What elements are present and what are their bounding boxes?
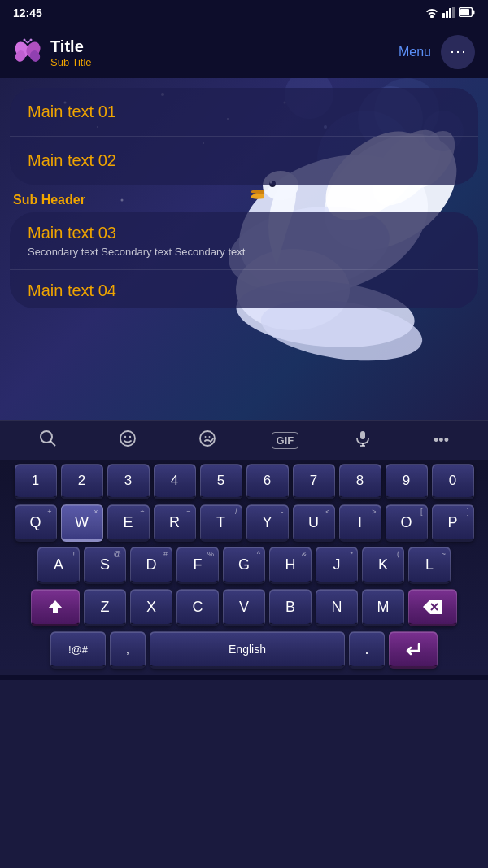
svg-line-40 — [50, 441, 55, 446]
comma-key[interactable]: , — [110, 631, 146, 669]
a-row: !A @S #D %F ^G &H *J (K ~L — [3, 547, 485, 584]
list-item-3-main: Main text 03 — [28, 224, 460, 242]
key-6[interactable]: 6 — [246, 464, 289, 499]
key-b[interactable]: B — [269, 589, 312, 626]
key-9[interactable]: 9 — [386, 464, 428, 499]
time-display: 12:45 — [13, 7, 42, 20]
wifi-icon — [425, 7, 439, 20]
list-item-3[interactable]: Main text 03 Secondary text Secondary te… — [10, 212, 478, 270]
sub-header: Sub Header — [0, 185, 488, 212]
signal-icon — [442, 7, 455, 20]
key-t[interactable]: /T — [200, 504, 242, 542]
period-key[interactable]: . — [349, 631, 385, 669]
key-g[interactable]: ^G — [223, 547, 265, 584]
svg-point-14 — [30, 39, 33, 41]
keyboard-toolbar: GIF ••• — [0, 420, 488, 460]
key-l[interactable]: ~L — [408, 547, 451, 584]
bottom-bar — [0, 675, 488, 680]
z-row: Z X C V B N M — [3, 589, 485, 626]
svg-rect-47 — [360, 431, 365, 439]
status-icons — [425, 7, 475, 20]
key-2[interactable]: 2 — [61, 464, 103, 499]
key-o[interactable]: [O — [386, 504, 428, 542]
key-z[interactable]: Z — [84, 589, 126, 626]
key-e[interactable]: ÷E — [107, 504, 150, 542]
battery-icon — [459, 7, 475, 20]
key-0[interactable]: 0 — [432, 464, 474, 499]
list-item-4[interactable]: Main text 04 — [10, 270, 478, 308]
mic-icon[interactable] — [347, 426, 378, 456]
key-u[interactable]: <U — [293, 504, 335, 542]
key-8[interactable]: 8 — [339, 464, 381, 499]
key-n[interactable]: N — [316, 589, 358, 626]
svg-rect-0 — [442, 13, 445, 18]
key-5[interactable]: 5 — [200, 464, 242, 499]
svg-rect-1 — [446, 11, 448, 18]
key-q[interactable]: +Q — [15, 504, 57, 542]
key-k[interactable]: (K — [362, 547, 404, 584]
svg-rect-6 — [473, 10, 475, 14]
space-key[interactable]: English — [150, 631, 345, 669]
key-3[interactable]: 3 — [107, 464, 150, 499]
more-vertical-icon: ⋮ — [448, 44, 468, 61]
sticker-icon[interactable] — [192, 426, 223, 456]
key-j[interactable]: *J — [316, 547, 358, 584]
key-s[interactable]: @S — [84, 547, 126, 584]
list-item-2[interactable]: Main text 02 — [10, 137, 478, 185]
svg-point-13 — [24, 39, 26, 41]
header: Title Sub Title Menu ⋮ — [0, 26, 488, 78]
svg-rect-5 — [460, 9, 469, 15]
list-card-2: Main text 03 Secondary text Secondary te… — [10, 212, 478, 308]
more-options-button[interactable]: ⋮ — [441, 35, 475, 69]
more-toolbar-icon[interactable]: ••• — [427, 429, 455, 452]
app-title: Title — [50, 37, 92, 56]
list-card-1: Main text 01 Main text 02 — [10, 88, 478, 185]
svg-point-39 — [41, 431, 52, 443]
enter-key[interactable] — [389, 631, 438, 669]
svg-point-43 — [129, 435, 131, 437]
backspace-key[interactable] — [408, 589, 457, 626]
gif-button[interactable]: GIF — [272, 432, 299, 449]
symbols-key[interactable]: !@# — [50, 631, 106, 669]
bottom-row: !@# , English . — [3, 631, 485, 669]
app-subtitle: Sub Title — [50, 56, 92, 68]
keyboard: 1 2 3 4 5 6 7 8 9 0 +Q ×W ÷E =R /T -Y <U… — [0, 460, 488, 669]
number-row: 1 2 3 4 5 6 7 8 9 0 — [3, 464, 485, 499]
key-c[interactable]: C — [176, 589, 219, 626]
status-bar: 12:45 — [0, 0, 488, 26]
header-right: Menu ⋮ — [399, 35, 475, 69]
key-v[interactable]: V — [223, 589, 265, 626]
header-left: Title Sub Title — [13, 37, 92, 68]
key-7[interactable]: 7 — [293, 464, 335, 499]
key-p[interactable]: ]P — [432, 504, 474, 542]
key-w[interactable]: ×W — [61, 504, 103, 542]
menu-button[interactable]: Menu — [399, 45, 431, 59]
key-4[interactable]: 4 — [154, 464, 196, 499]
svg-point-42 — [124, 435, 126, 437]
svg-rect-2 — [449, 8, 451, 18]
key-1[interactable]: 1 — [15, 464, 57, 499]
shift-key[interactable] — [31, 589, 80, 626]
key-r[interactable]: =R — [154, 504, 196, 542]
svg-point-41 — [120, 431, 135, 446]
key-x[interactable]: X — [130, 589, 172, 626]
svg-point-45 — [204, 436, 206, 438]
butterfly-icon — [13, 37, 42, 67]
key-f[interactable]: %F — [176, 547, 219, 584]
svg-point-46 — [208, 436, 210, 438]
list-item-3-secondary: Secondary text Secondary text Secondary … — [28, 246, 460, 258]
key-d[interactable]: #D — [130, 547, 172, 584]
q-row: +Q ×W ÷E =R /T -Y <U >I [O ]P — [3, 504, 485, 542]
key-y[interactable]: -Y — [246, 504, 289, 542]
key-m[interactable]: M — [362, 589, 404, 626]
search-icon[interactable] — [33, 426, 63, 456]
svg-rect-3 — [452, 7, 455, 18]
header-text: Title Sub Title — [50, 37, 92, 68]
key-h[interactable]: &H — [269, 547, 312, 584]
emoji-icon[interactable] — [112, 426, 143, 456]
list-item-1[interactable]: Main text 01 — [10, 88, 478, 137]
key-a[interactable]: !A — [37, 547, 80, 584]
key-i[interactable]: >I — [339, 504, 381, 542]
content-area: Main text 01 Main text 02 Sub Header Mai… — [0, 78, 488, 420]
